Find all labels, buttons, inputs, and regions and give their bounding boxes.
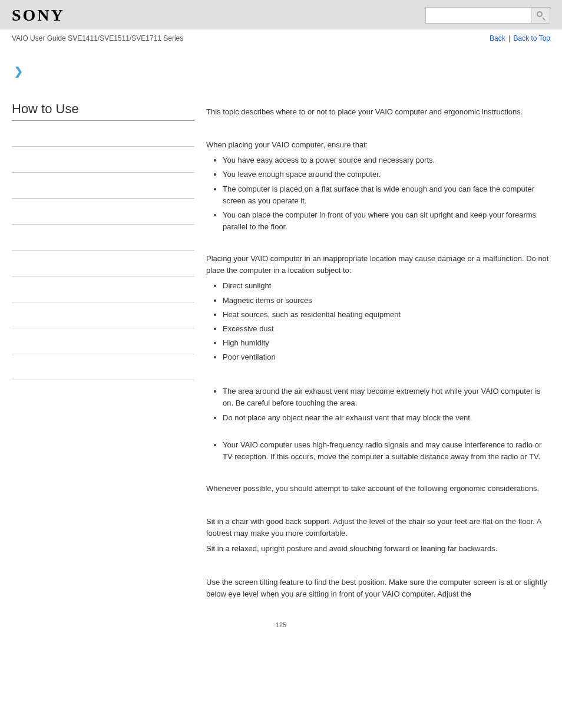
search-wrap	[425, 7, 550, 24]
sidebar-item[interactable]	[12, 328, 194, 354]
placing-list: You have easy access to a power source a…	[206, 154, 550, 233]
sidebar-item[interactable]	[12, 276, 194, 302]
list-item: Do not place any object near the air exh…	[223, 412, 550, 424]
list-item: The area around the air exhaust vent may…	[223, 386, 550, 409]
chair-text-2: Sit in a relaxed, upright posture and av…	[206, 543, 550, 555]
main-content: This topic describes where to or not to …	[206, 65, 550, 604]
intro-text: This topic describes where to or not to …	[206, 106, 550, 118]
list-item: You can place the computer in front of y…	[223, 209, 550, 233]
list-item: Magnetic items or sources	[223, 295, 550, 307]
subheader: VAIO User Guide SVE1411/SVE1511/SVE1711 …	[0, 29, 562, 47]
sidebar-item[interactable]	[12, 199, 194, 225]
list-item: Poor ventilation	[223, 351, 550, 363]
list-item: Heat sources, such as residential heatin…	[223, 309, 550, 321]
sony-logo: SONY	[12, 6, 65, 25]
search-button[interactable]	[531, 7, 550, 24]
body-wrap: ❯ How to Use This topic describes where …	[0, 47, 562, 604]
list-item: Direct sunlight	[223, 280, 550, 292]
list-item: You leave enough space around the comput…	[223, 169, 550, 180]
back-to-top-link[interactable]: Back to Top	[514, 34, 550, 42]
placing-intro: When placing your VAIO computer, ensure …	[206, 139, 550, 151]
list-item: High humidity	[223, 337, 550, 349]
top-links: Back | Back to Top	[490, 34, 550, 42]
sidebar-item[interactable]	[12, 225, 194, 251]
sidebar-item[interactable]	[12, 121, 194, 147]
sidebar-item[interactable]	[12, 251, 194, 276]
breadcrumb: VAIO User Guide SVE1411/SVE1511/SVE1711 …	[12, 34, 183, 42]
sidebar: ❯ How to Use	[12, 65, 194, 604]
avoid-list: Direct sunlight Magnetic items or source…	[206, 280, 550, 363]
sidebar-item[interactable]	[12, 302, 194, 328]
avoid-intro: Placing your VAIO computer in an inappro…	[206, 253, 550, 276]
vent-list: The area around the air exhaust vent may…	[206, 386, 550, 423]
link-separator: |	[508, 34, 510, 42]
list-item: Excessive dust	[223, 323, 550, 335]
list-item: You have easy access to a power source a…	[223, 154, 550, 166]
list-item: The computer is placed on a flat surface…	[223, 183, 550, 207]
chair-text-1: Sit in a chair with good back support. A…	[206, 516, 550, 539]
list-item: Your VAIO computer uses high-frequency r…	[223, 439, 550, 463]
sidebar-title: How to Use	[12, 101, 194, 121]
rf-list: Your VAIO computer uses high-frequency r…	[206, 439, 550, 463]
back-link[interactable]: Back	[490, 34, 505, 42]
header-bar: SONY	[0, 0, 562, 29]
sidebar-item[interactable]	[12, 354, 194, 380]
page-number: 125	[0, 621, 562, 640]
chevron-right-icon[interactable]: ❯	[14, 65, 194, 78]
sidebar-item[interactable]	[12, 147, 194, 173]
ergo-intro: Whenever possible, you should attempt to…	[206, 483, 550, 495]
search-icon	[537, 11, 545, 19]
search-input[interactable]	[425, 7, 531, 24]
sidebar-item[interactable]	[12, 173, 194, 199]
screen-text: Use the screen tilting feature to find t…	[206, 577, 550, 600]
